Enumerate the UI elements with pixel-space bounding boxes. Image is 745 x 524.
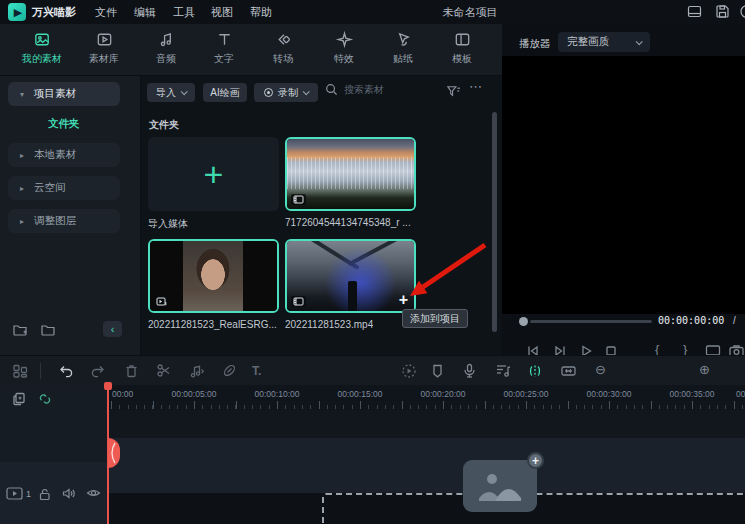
auto-ripple-link-icon[interactable] [38,392,52,406]
tab-templates[interactable]: 模板 [432,30,492,72]
ruler-label: 00:00:35:00 [670,389,715,399]
lock-track-icon[interactable] [38,487,51,501]
marker-icon[interactable] [430,363,445,378]
seek-bar[interactable] [530,320,652,323]
plus-icon: + [204,157,224,191]
media-item-label: 导入媒体 [148,217,188,231]
video-track-lane[interactable] [108,438,745,493]
current-timecode: 00:00:00:00 [658,315,720,326]
tab-text[interactable]: 文字 [194,30,254,72]
seek-handle[interactable] [519,317,528,326]
media-item-fireworks-video[interactable] [285,137,416,211]
voiceover-mic-icon[interactable] [462,363,477,379]
more-options-icon[interactable]: ⋯ [469,79,483,94]
add-to-project-button[interactable]: + [399,291,408,309]
template-icon [453,30,472,49]
audio-mixer-icon[interactable] [495,363,511,378]
redo-button[interactable] [91,363,107,378]
text-icon [215,30,234,49]
new-folder-icon[interactable] [12,322,28,337]
ruler-label: 00:00:15:00 [338,389,383,399]
save-icon[interactable] [715,4,730,19]
media-item-dark-scene-video[interactable]: + [285,239,416,313]
app-logo-icon[interactable]: ▶ [8,3,26,21]
layout-panel-icon[interactable] [687,4,702,19]
add-to-project-tooltip: 添加到项目 [402,309,468,328]
import-button[interactable]: 导入 [147,83,195,102]
undo-button[interactable] [57,363,73,378]
ruler-label: 00:00:10:00 [255,389,300,399]
media-item-portrait-video[interactable] [148,239,279,313]
playhead-grip[interactable] [108,438,120,468]
menu-edit[interactable]: 编辑 [134,5,156,20]
menu-file[interactable]: 文件 [95,5,117,20]
copy-paste-icon[interactable] [12,392,26,406]
split-scissors-icon[interactable] [156,363,171,378]
tab-audio[interactable]: 音频 [136,30,196,72]
record-button[interactable]: 录制 [254,83,318,102]
media-item-label: 202211281523.mp4 [285,319,373,330]
playhead-handle[interactable] [104,382,112,390]
search-icon [325,83,338,96]
collapse-sidebar-button[interactable]: ‹ [103,321,122,337]
tab-stickers[interactable]: 贴纸 [373,30,433,72]
search-input[interactable] [344,84,434,95]
link-clip-icon[interactable] [222,363,237,378]
text-tool[interactable]: T. [252,364,261,378]
folder-icon[interactable] [40,322,56,337]
video-thumbnail [150,241,277,311]
quality-dropdown[interactable]: 完整画质 [558,32,650,52]
menu-view[interactable]: 视图 [211,5,233,20]
media-panel-scrollbar[interactable] [492,112,497,332]
menu-help[interactable]: 帮助 [250,5,272,20]
menu-tools[interactable]: 工具 [173,5,195,20]
sidebar-item-local-media[interactable]: ▸ 本地素材 [8,143,120,167]
chevron-down-icon [303,88,310,95]
delete-icon[interactable] [124,363,139,378]
video-thumbnail [287,241,414,311]
media-item-label: 7172604544134745348_r ... [285,217,411,228]
sticker-icon [394,30,413,49]
ruler-major-ticks [111,401,745,409]
menu-bar: ▶ 万兴喵影 文件 编辑 工具 视图 帮助 未命名项目 [0,0,745,24]
import-media-tile[interactable]: + [148,137,279,211]
ruler-label: 00:00 [112,389,133,399]
ruler-label: 00:00:30:00 [587,389,632,399]
search-box[interactable] [325,83,445,96]
workspace-layout-icon[interactable] [12,363,28,379]
project-title: 未命名项目 [370,5,570,20]
player-label: 播放器 [519,37,551,51]
play-proxy-icon [154,296,169,307]
quick-split-mode-icon[interactable] [527,363,543,379]
export-icon[interactable] [737,4,745,19]
filter-icon[interactable] [446,84,461,98]
tab-my-media[interactable]: 我的素材 [12,30,72,72]
render-preview-icon[interactable] [401,363,417,379]
app-name: 万兴喵影 [32,5,76,20]
timeline-ruler[interactable]: 00:00 00:00:05:00 00:00:10:00 00:00:15:0… [108,385,745,410]
sidebar-item-project-media[interactable]: ▾ 项目素材 [8,82,120,106]
tab-transitions[interactable]: 转场 [253,30,313,72]
ai-paint-button[interactable]: AI绘画 [203,83,247,102]
mute-track-icon[interactable] [62,487,77,500]
add-badge-icon: + [527,452,544,469]
stock-library-icon [95,30,114,49]
track-header-column: 1 [0,385,108,524]
hide-track-icon[interactable] [86,487,101,499]
tab-stock-library[interactable]: 素材库 [74,30,134,72]
ruler-label: 00:00:20:00 [421,389,466,399]
tab-effects[interactable]: 特效 [314,30,374,72]
timeline-toolbar: T. ⊖ ⊕ [0,355,745,385]
zoom-in-icon[interactable]: ⊕ [699,362,710,377]
timeline-panel: 00:00 00:00:05:00 00:00:10:00 00:00:15:0… [0,385,745,524]
sidebar-item-cloud-space[interactable]: ▸ 云空间 [8,176,120,200]
chevron-down-icon [181,88,188,95]
fit-timeline-icon[interactable] [560,363,577,379]
sidebar-item-adjustment-layer[interactable]: ▸ 调整图层 [8,209,120,233]
chevron-left-icon: ‹ [111,323,115,335]
sidebar-item-folder[interactable]: 文件夹 [48,117,80,131]
video-track-icon[interactable] [6,487,23,500]
zoom-out-icon[interactable]: ⊖ [595,362,606,377]
image-placeholder-icon [479,471,521,501]
detach-audio-icon[interactable] [188,363,204,378]
